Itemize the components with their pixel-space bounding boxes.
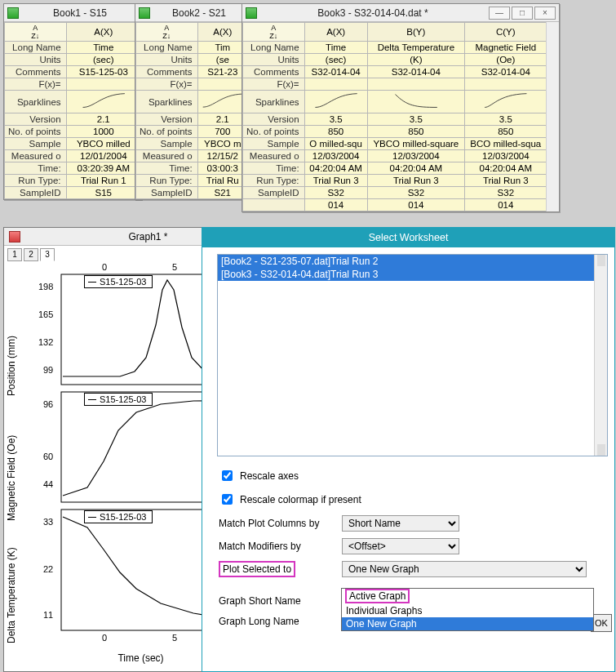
cell[interactable] xyxy=(367,78,464,91)
column-header[interactable]: B(Y) xyxy=(367,23,464,42)
row-header[interactable]: Version xyxy=(243,113,305,126)
column-header[interactable]: C(Y) xyxy=(465,23,547,42)
dropdown-option-individual[interactable]: Individual Graphs xyxy=(342,604,593,617)
cell[interactable]: 03:20:39 AM xyxy=(66,162,140,175)
match-modifiers-select[interactable]: <Offset> xyxy=(342,538,459,554)
worksheet-grid[interactable]: AZ↓A(X)B(Y)C(Y)^Long NameTimeDelta Tempe… xyxy=(242,22,559,211)
layer-tab-3[interactable]: 3 xyxy=(40,248,55,261)
list-item[interactable]: [Book2 - S21-235-07.dat]Trial Run 2 xyxy=(218,255,607,268)
cell[interactable]: S32 xyxy=(367,187,464,199)
cell[interactable]: 04:20:04 AM xyxy=(304,162,367,175)
layer-tab-1[interactable]: 1 xyxy=(7,248,22,261)
row-header[interactable] xyxy=(243,199,305,211)
cell[interactable]: S32-014-04 xyxy=(465,66,547,78)
cell[interactable]: 014 xyxy=(465,199,547,211)
cell[interactable]: 12/03/2004 xyxy=(367,150,464,162)
cell[interactable]: 014 xyxy=(367,199,464,211)
cell[interactable] xyxy=(304,78,367,91)
row-header[interactable]: No. of points xyxy=(5,126,67,138)
cell[interactable]: 3.5 xyxy=(465,113,547,126)
cell[interactable]: 04:20:04 AM xyxy=(465,162,547,175)
row-header[interactable]: Comments xyxy=(136,66,198,78)
dropdown-option-active-graph[interactable]: Active Graph xyxy=(342,589,593,604)
cell[interactable]: S32-014-04 xyxy=(367,66,464,78)
cell[interactable]: Delta Temperature xyxy=(367,42,464,54)
cell[interactable]: O milled-squ xyxy=(304,138,367,150)
sort-icon[interactable]: AZ↓ xyxy=(136,23,198,42)
row-header[interactable]: Measured o xyxy=(243,150,305,162)
row-header[interactable]: Long Name xyxy=(136,42,198,54)
row-header[interactable]: F(x)= xyxy=(136,78,198,91)
vertical-scrollbar[interactable] xyxy=(546,22,559,211)
cell[interactable]: (sec) xyxy=(304,54,367,66)
row-header[interactable]: Sample xyxy=(243,138,305,150)
column-header[interactable]: A(X) xyxy=(304,23,367,42)
rescale-axes-input[interactable] xyxy=(222,470,233,481)
cell[interactable] xyxy=(197,78,247,91)
cell[interactable]: 700 xyxy=(197,126,247,138)
cell[interactable]: (sec) xyxy=(66,54,140,66)
cell[interactable]: S15-125-03 xyxy=(66,66,140,78)
minimize-button[interactable]: — xyxy=(489,7,510,20)
row-header[interactable]: Version xyxy=(5,113,67,126)
worksheet-grid[interactable]: AZ↓A(X)Long NameTimUnits(seCommentsS21-2… xyxy=(135,22,248,199)
row-header[interactable]: Time: xyxy=(136,162,198,175)
row-header[interactable]: Sparklines xyxy=(5,91,67,113)
cell[interactable]: Tim xyxy=(197,42,247,54)
cell[interactable]: S32-014-04 xyxy=(304,66,367,78)
cell[interactable]: Time xyxy=(304,42,367,54)
cell[interactable]: 3.5 xyxy=(304,113,367,126)
row-header[interactable]: Comments xyxy=(5,66,67,78)
row-header[interactable]: No. of points xyxy=(136,126,198,138)
row-header[interactable]: Sample xyxy=(136,138,198,150)
workbook-titlebar[interactable]: Book2 - S21 xyxy=(135,4,248,22)
close-button[interactable]: × xyxy=(534,7,556,20)
row-header[interactable]: Time: xyxy=(243,162,305,175)
cell[interactable]: Trial Run 3 xyxy=(367,175,464,187)
row-header[interactable]: Run Type: xyxy=(136,175,198,187)
cell[interactable]: S32 xyxy=(465,187,547,199)
cell[interactable]: (se xyxy=(197,54,247,66)
row-header[interactable]: Time: xyxy=(5,162,67,175)
cell[interactable]: Trial Run 3 xyxy=(304,175,367,187)
row-header[interactable]: Measured o xyxy=(136,150,198,162)
cell[interactable]: (K) xyxy=(367,54,464,66)
cell[interactable] xyxy=(66,78,140,91)
row-header[interactable]: Run Type: xyxy=(5,175,67,187)
cell[interactable]: Trial Run 1 xyxy=(66,175,140,187)
cell[interactable]: 1000 xyxy=(66,126,140,138)
workbook-titlebar[interactable]: Book1 - S15 xyxy=(4,4,141,22)
row-header[interactable]: SampleID xyxy=(136,187,198,199)
cell[interactable]: 04:20:04 AM xyxy=(367,162,464,175)
dropdown-option-one-new[interactable]: One New Graph xyxy=(342,617,593,630)
row-header[interactable]: Sample xyxy=(5,138,67,150)
cell[interactable]: S32 xyxy=(304,187,367,199)
row-header[interactable]: SampleID xyxy=(243,187,305,199)
row-header[interactable]: Measured o xyxy=(5,150,67,162)
cell[interactable]: Trial Ru xyxy=(197,175,247,187)
cell[interactable] xyxy=(465,78,547,91)
rescale-axes-checkbox[interactable]: Rescale axes xyxy=(219,468,606,483)
cell[interactable]: 850 xyxy=(465,126,547,138)
sort-icon[interactable]: AZ↓ xyxy=(243,23,305,42)
cell[interactable]: 12/15/2 xyxy=(197,150,247,162)
row-header[interactable]: Units xyxy=(243,54,305,66)
cell[interactable]: 12/03/2004 xyxy=(304,150,367,162)
cell[interactable]: 2.1 xyxy=(66,113,140,126)
match-columns-select[interactable]: Short Name xyxy=(342,515,459,532)
cell[interactable]: Time xyxy=(66,42,140,54)
cell[interactable]: YBCO milled-square xyxy=(367,138,464,150)
row-header[interactable]: Long Name xyxy=(5,42,67,54)
workbook-titlebar[interactable]: Book3 - S32-014-04.dat *—□× xyxy=(242,4,559,22)
plot-selected-dropdown[interactable]: Active Graph Individual Graphs One New G… xyxy=(341,588,594,631)
rescale-colormap-input[interactable] xyxy=(222,494,233,505)
cell[interactable]: 12/03/2004 xyxy=(465,150,547,162)
row-header[interactable]: Units xyxy=(136,54,198,66)
layer-tab-2[interactable]: 2 xyxy=(24,248,38,261)
cell[interactable]: YBCO m xyxy=(197,138,247,150)
plot-selected-to-select[interactable]: One New Graph xyxy=(342,561,587,577)
row-header[interactable]: Sparklines xyxy=(243,91,305,113)
row-header[interactable]: Version xyxy=(136,113,198,126)
workbook-window[interactable]: Book1 - S15AZ↓A(X)Long NameTimeUnits(sec… xyxy=(3,3,142,200)
cell[interactable]: 03:00:3 xyxy=(197,162,247,175)
